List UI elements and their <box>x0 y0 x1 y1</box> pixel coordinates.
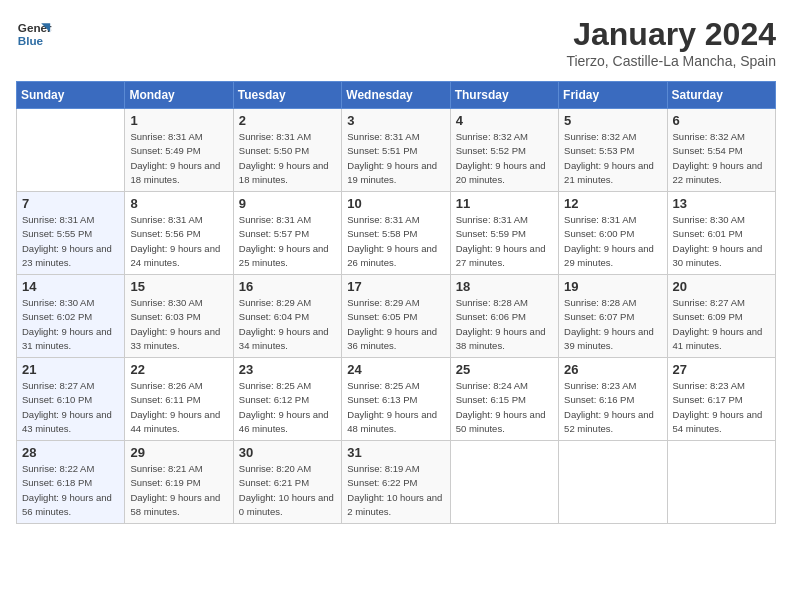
day-number: 13 <box>673 196 770 211</box>
day-number: 30 <box>239 445 336 460</box>
day-header-thursday: Thursday <box>450 82 558 109</box>
calendar-cell: 27 Sunrise: 8:23 AMSunset: 6:17 PMDaylig… <box>667 358 775 441</box>
calendar-cell <box>559 441 667 524</box>
page-header: General Blue January 2024 Tierzo, Castil… <box>16 16 776 69</box>
day-number: 5 <box>564 113 661 128</box>
calendar-cell: 17 Sunrise: 8:29 AMSunset: 6:05 PMDaylig… <box>342 275 450 358</box>
calendar-cell: 10 Sunrise: 8:31 AMSunset: 5:58 PMDaylig… <box>342 192 450 275</box>
calendar-cell: 29 Sunrise: 8:21 AMSunset: 6:19 PMDaylig… <box>125 441 233 524</box>
day-header-wednesday: Wednesday <box>342 82 450 109</box>
day-info: Sunrise: 8:27 AMSunset: 6:09 PMDaylight:… <box>673 297 763 351</box>
day-info: Sunrise: 8:31 AMSunset: 6:00 PMDaylight:… <box>564 214 654 268</box>
day-number: 20 <box>673 279 770 294</box>
day-number: 16 <box>239 279 336 294</box>
calendar-cell: 24 Sunrise: 8:25 AMSunset: 6:13 PMDaylig… <box>342 358 450 441</box>
calendar-cell: 22 Sunrise: 8:26 AMSunset: 6:11 PMDaylig… <box>125 358 233 441</box>
day-info: Sunrise: 8:27 AMSunset: 6:10 PMDaylight:… <box>22 380 112 434</box>
calendar-cell <box>667 441 775 524</box>
day-number: 4 <box>456 113 553 128</box>
calendar-cell <box>17 109 125 192</box>
day-info: Sunrise: 8:28 AMSunset: 6:07 PMDaylight:… <box>564 297 654 351</box>
day-info: Sunrise: 8:31 AMSunset: 5:51 PMDaylight:… <box>347 131 437 185</box>
calendar-table: SundayMondayTuesdayWednesdayThursdayFrid… <box>16 81 776 524</box>
logo: General Blue <box>16 16 52 52</box>
svg-text:Blue: Blue <box>18 34 44 47</box>
day-number: 9 <box>239 196 336 211</box>
day-number: 8 <box>130 196 227 211</box>
day-info: Sunrise: 8:31 AMSunset: 5:49 PMDaylight:… <box>130 131 220 185</box>
calendar-cell: 12 Sunrise: 8:31 AMSunset: 6:00 PMDaylig… <box>559 192 667 275</box>
day-info: Sunrise: 8:32 AMSunset: 5:53 PMDaylight:… <box>564 131 654 185</box>
calendar-cell: 7 Sunrise: 8:31 AMSunset: 5:55 PMDayligh… <box>17 192 125 275</box>
day-number: 6 <box>673 113 770 128</box>
day-info: Sunrise: 8:23 AMSunset: 6:17 PMDaylight:… <box>673 380 763 434</box>
day-number: 22 <box>130 362 227 377</box>
week-row-5: 28 Sunrise: 8:22 AMSunset: 6:18 PMDaylig… <box>17 441 776 524</box>
calendar-cell: 3 Sunrise: 8:31 AMSunset: 5:51 PMDayligh… <box>342 109 450 192</box>
day-number: 25 <box>456 362 553 377</box>
title-area: January 2024 Tierzo, Castille-La Mancha,… <box>566 16 776 69</box>
day-info: Sunrise: 8:32 AMSunset: 5:54 PMDaylight:… <box>673 131 763 185</box>
week-row-2: 7 Sunrise: 8:31 AMSunset: 5:55 PMDayligh… <box>17 192 776 275</box>
logo-icon: General Blue <box>16 16 52 52</box>
day-info: Sunrise: 8:31 AMSunset: 5:57 PMDaylight:… <box>239 214 329 268</box>
day-info: Sunrise: 8:31 AMSunset: 5:55 PMDaylight:… <box>22 214 112 268</box>
day-number: 10 <box>347 196 444 211</box>
day-header-monday: Monday <box>125 82 233 109</box>
day-number: 29 <box>130 445 227 460</box>
day-number: 27 <box>673 362 770 377</box>
day-header-sunday: Sunday <box>17 82 125 109</box>
day-number: 11 <box>456 196 553 211</box>
day-number: 21 <box>22 362 119 377</box>
day-info: Sunrise: 8:28 AMSunset: 6:06 PMDaylight:… <box>456 297 546 351</box>
day-info: Sunrise: 8:30 AMSunset: 6:02 PMDaylight:… <box>22 297 112 351</box>
header-row: SundayMondayTuesdayWednesdayThursdayFrid… <box>17 82 776 109</box>
day-number: 7 <box>22 196 119 211</box>
calendar-cell: 18 Sunrise: 8:28 AMSunset: 6:06 PMDaylig… <box>450 275 558 358</box>
day-number: 17 <box>347 279 444 294</box>
day-number: 15 <box>130 279 227 294</box>
day-info: Sunrise: 8:22 AMSunset: 6:18 PMDaylight:… <box>22 463 112 517</box>
day-info: Sunrise: 8:31 AMSunset: 5:50 PMDaylight:… <box>239 131 329 185</box>
day-info: Sunrise: 8:20 AMSunset: 6:21 PMDaylight:… <box>239 463 334 517</box>
day-number: 19 <box>564 279 661 294</box>
month-title: January 2024 <box>566 16 776 53</box>
day-number: 12 <box>564 196 661 211</box>
day-info: Sunrise: 8:25 AMSunset: 6:13 PMDaylight:… <box>347 380 437 434</box>
day-info: Sunrise: 8:31 AMSunset: 5:56 PMDaylight:… <box>130 214 220 268</box>
calendar-cell: 25 Sunrise: 8:24 AMSunset: 6:15 PMDaylig… <box>450 358 558 441</box>
calendar-cell: 2 Sunrise: 8:31 AMSunset: 5:50 PMDayligh… <box>233 109 341 192</box>
day-info: Sunrise: 8:30 AMSunset: 6:01 PMDaylight:… <box>673 214 763 268</box>
day-header-saturday: Saturday <box>667 82 775 109</box>
week-row-3: 14 Sunrise: 8:30 AMSunset: 6:02 PMDaylig… <box>17 275 776 358</box>
day-info: Sunrise: 8:31 AMSunset: 5:59 PMDaylight:… <box>456 214 546 268</box>
calendar-cell: 30 Sunrise: 8:20 AMSunset: 6:21 PMDaylig… <box>233 441 341 524</box>
calendar-cell: 16 Sunrise: 8:29 AMSunset: 6:04 PMDaylig… <box>233 275 341 358</box>
day-info: Sunrise: 8:29 AMSunset: 6:05 PMDaylight:… <box>347 297 437 351</box>
calendar-cell: 19 Sunrise: 8:28 AMSunset: 6:07 PMDaylig… <box>559 275 667 358</box>
day-header-tuesday: Tuesday <box>233 82 341 109</box>
day-number: 24 <box>347 362 444 377</box>
calendar-cell: 15 Sunrise: 8:30 AMSunset: 6:03 PMDaylig… <box>125 275 233 358</box>
calendar-cell: 8 Sunrise: 8:31 AMSunset: 5:56 PMDayligh… <box>125 192 233 275</box>
calendar-cell: 1 Sunrise: 8:31 AMSunset: 5:49 PMDayligh… <box>125 109 233 192</box>
calendar-cell: 26 Sunrise: 8:23 AMSunset: 6:16 PMDaylig… <box>559 358 667 441</box>
calendar-cell: 6 Sunrise: 8:32 AMSunset: 5:54 PMDayligh… <box>667 109 775 192</box>
day-header-friday: Friday <box>559 82 667 109</box>
day-number: 3 <box>347 113 444 128</box>
day-info: Sunrise: 8:26 AMSunset: 6:11 PMDaylight:… <box>130 380 220 434</box>
day-number: 18 <box>456 279 553 294</box>
calendar-cell: 9 Sunrise: 8:31 AMSunset: 5:57 PMDayligh… <box>233 192 341 275</box>
day-number: 14 <box>22 279 119 294</box>
calendar-cell: 28 Sunrise: 8:22 AMSunset: 6:18 PMDaylig… <box>17 441 125 524</box>
day-number: 26 <box>564 362 661 377</box>
day-info: Sunrise: 8:21 AMSunset: 6:19 PMDaylight:… <box>130 463 220 517</box>
calendar-cell: 14 Sunrise: 8:30 AMSunset: 6:02 PMDaylig… <box>17 275 125 358</box>
calendar-cell: 13 Sunrise: 8:30 AMSunset: 6:01 PMDaylig… <box>667 192 775 275</box>
week-row-4: 21 Sunrise: 8:27 AMSunset: 6:10 PMDaylig… <box>17 358 776 441</box>
day-info: Sunrise: 8:24 AMSunset: 6:15 PMDaylight:… <box>456 380 546 434</box>
calendar-cell: 31 Sunrise: 8:19 AMSunset: 6:22 PMDaylig… <box>342 441 450 524</box>
day-info: Sunrise: 8:29 AMSunset: 6:04 PMDaylight:… <box>239 297 329 351</box>
calendar-cell: 11 Sunrise: 8:31 AMSunset: 5:59 PMDaylig… <box>450 192 558 275</box>
day-info: Sunrise: 8:23 AMSunset: 6:16 PMDaylight:… <box>564 380 654 434</box>
